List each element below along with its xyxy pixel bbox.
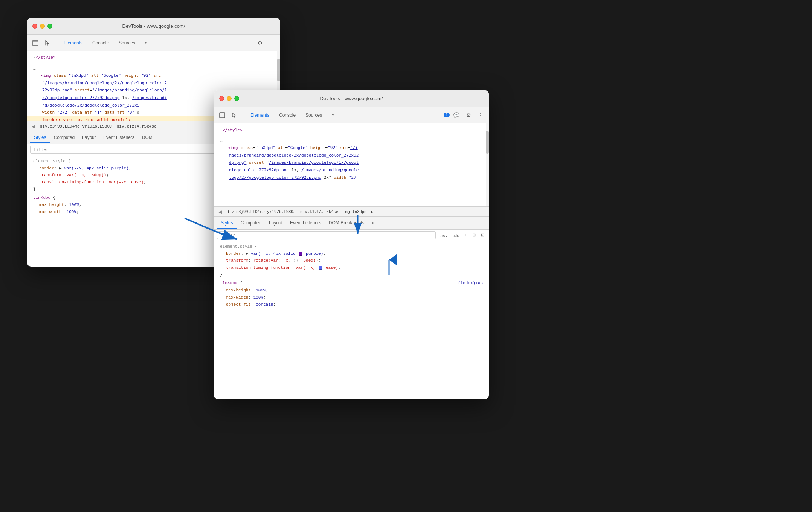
filter-bar-2: :hov .cls + ⊞ ⊡ (214, 230, 489, 241)
inspect-icon-2[interactable] (217, 110, 227, 120)
traffic-lights-1 (32, 24, 52, 29)
html-cont-1: "/images/branding/googlelogo/2x/googlelo… (27, 79, 280, 87)
styles-tab-more-2[interactable]: » (368, 218, 379, 229)
breadcrumb-bar-2: ◀ div.o3j99.LLD4me.yr19Zb.LS8OJ div.k1zl… (214, 206, 489, 217)
toolbar-tabs-1: Elements Console Sources » (59, 38, 253, 47)
styles-tab-layout-2[interactable]: Layout (265, 218, 286, 229)
css-close-2: } (214, 271, 489, 279)
maximize-button-1[interactable] (47, 24, 52, 29)
close-button-1[interactable] (32, 24, 37, 29)
scrollbar-thumb-1[interactable] (277, 59, 280, 81)
css-prop-maxw-2: max-width: 100%; (214, 294, 489, 301)
cursor-icon-2[interactable] (229, 110, 240, 120)
minimize-button-1[interactable] (40, 24, 45, 29)
tab-more-1[interactable]: » (140, 38, 152, 47)
styles-tab-dom-1[interactable]: DOM (138, 133, 156, 143)
breadcrumb-more-2[interactable]: ▶ (369, 209, 375, 215)
styles-tab-styles-1[interactable]: Styles (30, 133, 50, 143)
more-vert-icon-2[interactable]: ⋮ (475, 110, 486, 120)
tab-console-1[interactable]: Console (88, 38, 113, 47)
tab-more-2[interactable]: » (327, 111, 339, 120)
filter-input-2[interactable] (217, 231, 436, 239)
titlebar-2: DevTools - www.google.com/ (214, 90, 489, 107)
window-title-1: DevTools - www.google.com/ (122, 23, 185, 29)
color-swatch-purple[interactable] (299, 252, 302, 256)
cursor-icon[interactable] (42, 38, 53, 48)
tab-elements-1[interactable]: Elements (59, 38, 87, 47)
styles-tab-computed-2[interactable]: Computed (237, 218, 265, 229)
inspect-icon[interactable] (30, 38, 41, 48)
breadcrumb-left-arrow-2[interactable]: ◀ (217, 208, 224, 215)
styles-tab-styles-2[interactable]: Styles (217, 218, 237, 229)
window-title-2: DevTools - www.google.com/ (320, 96, 383, 101)
tab-console-2[interactable]: Console (275, 111, 300, 120)
styles-tab-dom-2[interactable]: DOM Breakpoints (325, 218, 368, 229)
css-prop-transition-2: transition-timing-function: var(--x, ✓ e… (214, 264, 489, 271)
scrollbar-thumb-2[interactable] (486, 131, 489, 154)
breadcrumb-item-2a[interactable]: div.o3j99.LLD4me.yr19Zb.LS8OJ (225, 209, 297, 215)
html-spacer (27, 62, 280, 65)
gear-icon-1[interactable]: ⚙ (255, 38, 265, 48)
toolbar-tabs-2: Elements Console Sources » (246, 111, 442, 120)
console-badge: 1 (444, 113, 450, 117)
html-spacer-2 (214, 134, 489, 137)
html-img-2: <img class="lnXdpd" alt="Google" height=… (214, 144, 489, 152)
html-cont2-4: logo/2x/googlelogo_color_272x92dp.png 2x… (214, 174, 489, 181)
scrollbar-2[interactable] (486, 123, 489, 206)
toolbar-right-1: ⚙ ⋮ (255, 38, 277, 48)
toolbar-2: Elements Console Sources » 1 💬 ⚙ ⋮ (214, 107, 489, 123)
breadcrumb-item-2c[interactable]: img.lnXdpd (341, 209, 368, 215)
html-cont2-1: mages/branding/googlelogo/2x/googlelogo_… (214, 152, 489, 159)
filter-cls-2[interactable]: .cls (451, 232, 461, 238)
css-source-link[interactable]: (index):63 (458, 280, 483, 287)
css-selector-line-2: element.style { (214, 243, 489, 250)
traffic-lights-2 (219, 96, 239, 101)
circle-swatch-transform[interactable] (294, 259, 298, 262)
close-button-2[interactable] (219, 96, 224, 101)
filter-split-2[interactable]: ⊡ (479, 232, 486, 238)
html-panel-2: ·</style> … <img class="lnXdpd" alt="Goo… (214, 123, 489, 206)
styles-tabs-2: Styles Computed Layout Event Listeners D… (214, 217, 489, 230)
filter-add-2[interactable]: + (462, 232, 469, 239)
titlebar-1: DevTools - www.google.com/ (27, 18, 280, 35)
styles-tab-events-2[interactable]: Event Listeners (286, 218, 325, 229)
css-prop-border-2: border: ▶ var(--x, 4px solid purple); (214, 250, 489, 258)
gear-icon-2[interactable]: ⚙ (463, 110, 474, 120)
styles-tab-events-1[interactable]: Event Listeners (99, 133, 138, 143)
toolbar-right-2: 1 💬 ⚙ ⋮ (444, 110, 486, 120)
html-dots: … (27, 65, 280, 72)
html-style-close: ·</style> (214, 126, 489, 134)
comment-icon-2[interactable]: 💬 (451, 110, 462, 120)
css-prop-objfit-2: object-fit: contain; (214, 301, 489, 308)
tab-elements-2[interactable]: Elements (246, 111, 274, 120)
minimize-button-2[interactable] (227, 96, 232, 101)
html-cont2-3: elogo_color_272x92dp.png 1x, /images/bra… (214, 166, 489, 174)
checkbox-swatch-transition[interactable]: ✓ (319, 266, 322, 270)
breadcrumb-item-1[interactable]: div.o3j99.LLD4me.yr19Zb.LS8OJ (38, 123, 114, 130)
devtools-window-2: DevTools - www.google.com/ Elements Cons… (214, 90, 489, 399)
html-dots-2: … (214, 137, 489, 145)
svg-rect-0 (33, 40, 38, 46)
toolbar-separator (56, 39, 56, 47)
toolbar-separator-2 (243, 111, 243, 119)
svg-rect-2 (220, 113, 225, 118)
styles-tab-computed-1[interactable]: Computed (50, 133, 78, 143)
styles-tab-layout-1[interactable]: Layout (78, 133, 99, 143)
filter-grid-2[interactable]: ⊞ (471, 232, 477, 238)
breadcrumb-item-2b[interactable]: div.k1zlA.rSk4se (299, 209, 340, 215)
tab-sources-1[interactable]: Sources (114, 38, 140, 47)
toolbar-1: Elements Console Sources » ⚙ ⋮ (27, 35, 280, 51)
html-line: ·</style> (27, 54, 280, 62)
css-prop-transform-2: transform: rotate(var(--x, -5deg)); (214, 257, 489, 264)
css-prop-maxh-2: max-height: 100%; (214, 287, 489, 294)
breadcrumb-item-2[interactable]: div.k1zlA.rSk4se (115, 123, 158, 130)
css-selector-lnXdpd-2: .lnXdpd { (index):63 (214, 280, 489, 287)
breadcrumb-left-arrow[interactable]: ◀ (30, 123, 37, 130)
more-vert-icon-1[interactable]: ⋮ (267, 38, 277, 48)
tab-sources-2[interactable]: Sources (301, 111, 327, 120)
html-img-line: <img class="lnXdpd" alt="Google" height=… (27, 72, 280, 79)
maximize-button-2[interactable] (234, 96, 239, 101)
filter-hov-2[interactable]: :hov (438, 232, 449, 238)
html-cont2-2: dp.png" srcset="/images/branding/googlel… (214, 159, 489, 166)
css-panel-2: element.style { border: ▶ var(--x, 4px s… (214, 241, 489, 310)
